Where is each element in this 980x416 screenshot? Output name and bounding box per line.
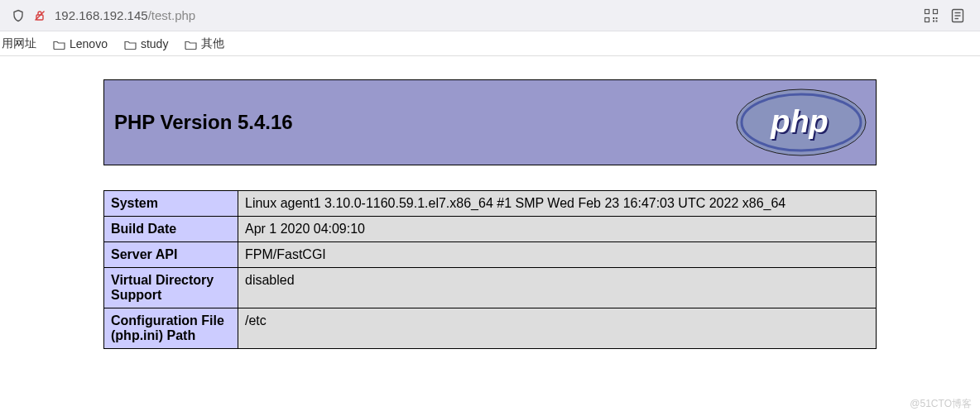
watermark: @51CTO博客	[910, 397, 972, 411]
shield-icon[interactable]	[12, 9, 25, 22]
phpinfo-value: /etc	[238, 308, 877, 349]
qr-code-icon[interactable]	[924, 8, 939, 23]
phpinfo-key: Build Date	[104, 217, 238, 242]
svg-rect-2	[925, 9, 930, 13]
phpinfo-key: Server API	[104, 242, 238, 268]
php-logo: php php	[735, 88, 867, 157]
bookmark-folder-other[interactable]: 其他	[185, 36, 224, 51]
address-bar: 192.168.192.145/test.php	[0, 0, 980, 31]
table-row: Server API FPM/FastCGI	[104, 242, 877, 268]
phpinfo-content: PHP Version 5.4.16 php php System Linux …	[103, 79, 877, 349]
bookmark-label: Lenovo	[70, 37, 108, 50]
svg-rect-7	[933, 20, 934, 22]
svg-rect-4	[925, 17, 930, 22]
bookmarks-label[interactable]: 用网址	[2, 36, 36, 51]
url-host: 192.168.192.145	[55, 8, 148, 22]
phpinfo-value: FPM/FastCGI	[238, 242, 877, 268]
table-row: System Linux agent1 3.10.0-1160.59.1.el7…	[104, 191, 877, 217]
table-row: Configuration File (php.ini) Path /etc	[104, 308, 877, 349]
address-bar-actions	[924, 8, 965, 23]
folder-icon	[53, 39, 65, 49]
folder-icon	[185, 39, 197, 49]
svg-rect-8	[936, 20, 938, 22]
table-row: Virtual Directory Support disabled	[104, 268, 877, 308]
phpinfo-value: Linux agent1 3.10.0-1160.59.1.el7.x86_64…	[238, 191, 877, 217]
bookmark-folder-lenovo[interactable]: Lenovo	[53, 37, 108, 50]
table-row: Build Date Apr 1 2020 04:09:10	[104, 217, 877, 242]
svg-text:php: php	[770, 104, 829, 139]
insecure-lock-icon[interactable]	[33, 9, 46, 22]
phpinfo-title: PHP Version 5.4.16	[114, 111, 293, 134]
phpinfo-value: disabled	[238, 268, 877, 308]
phpinfo-value: Apr 1 2020 04:09:10	[238, 217, 877, 242]
phpinfo-table: System Linux agent1 3.10.0-1160.59.1.el7…	[103, 190, 877, 349]
url-display[interactable]: 192.168.192.145/test.php	[55, 8, 915, 22]
svg-rect-6	[936, 17, 938, 19]
phpinfo-key: Virtual Directory Support	[104, 268, 238, 308]
phpinfo-header: PHP Version 5.4.16 php php	[103, 79, 877, 165]
reader-mode-icon[interactable]	[950, 8, 965, 23]
phpinfo-key: Configuration File (php.ini) Path	[104, 308, 238, 349]
bookmarks-bar: 用网址 Lenovo study 其他	[0, 31, 980, 56]
svg-rect-5	[933, 17, 934, 19]
bookmark-label: study	[141, 37, 168, 50]
bookmark-label: 其他	[201, 36, 224, 51]
phpinfo-key: System	[104, 191, 238, 217]
url-path: /test.php	[148, 8, 196, 22]
svg-rect-3	[934, 9, 938, 13]
bookmark-folder-study[interactable]: study	[124, 37, 168, 50]
folder-icon	[124, 39, 137, 49]
